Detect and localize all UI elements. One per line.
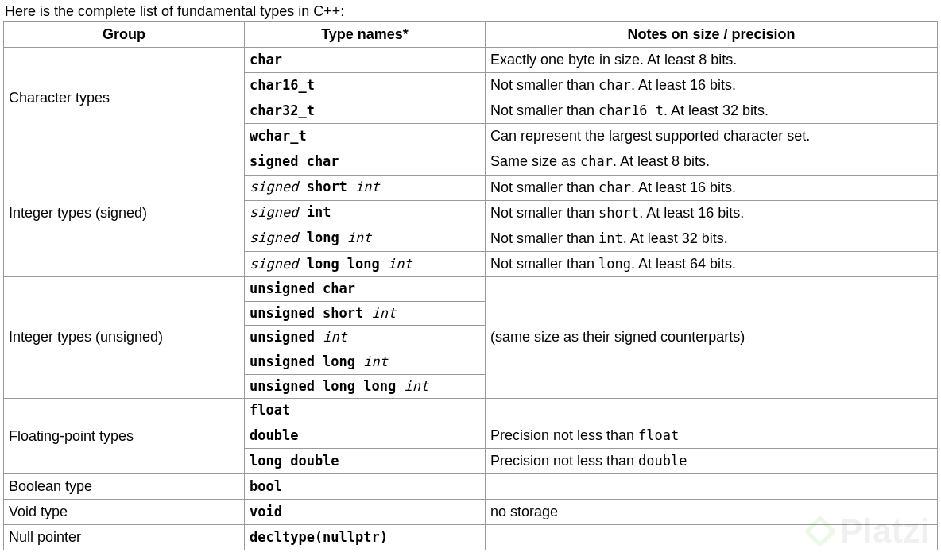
notes-cell bbox=[486, 473, 938, 499]
notes-cell bbox=[486, 525, 938, 550]
group-cell: Floating-point types bbox=[4, 399, 245, 474]
table-row: Null pointerdecltype(nullptr) bbox=[4, 525, 938, 550]
header-type: Type names* bbox=[245, 22, 486, 48]
type-name-cell: unsigned int bbox=[245, 326, 486, 350]
type-name-cell: signed short int bbox=[245, 175, 486, 200]
type-name-cell: wchar_t bbox=[245, 124, 486, 149]
notes-cell: Precision not less than float bbox=[486, 423, 938, 448]
types-table: Group Type names* Notes on size / precis… bbox=[3, 21, 938, 550]
type-name-cell: unsigned long int bbox=[245, 350, 486, 374]
type-name-cell: char bbox=[245, 48, 486, 73]
table-row: Character typescharExactly one byte in s… bbox=[4, 48, 938, 73]
notes-cell: Can represent the largest supported char… bbox=[486, 124, 938, 149]
group-cell: Integer types (signed) bbox=[4, 149, 245, 276]
type-name-cell: char16_t bbox=[245, 73, 486, 98]
type-name-cell: signed long int bbox=[245, 226, 486, 251]
header-notes: Notes on size / precision bbox=[486, 22, 938, 48]
header-group: Group bbox=[4, 22, 245, 48]
group-cell: Null pointer bbox=[4, 525, 245, 550]
table-header-row: Group Type names* Notes on size / precis… bbox=[4, 22, 938, 48]
group-cell: Character types bbox=[4, 48, 245, 149]
group-cell: Void type bbox=[4, 500, 245, 525]
notes-cell: Not smaller than char. At least 16 bits. bbox=[486, 175, 938, 200]
type-name-cell: char32_t bbox=[245, 98, 486, 124]
notes-cell: no storage bbox=[486, 500, 938, 525]
group-cell: Integer types (unsigned) bbox=[4, 276, 245, 398]
type-name-cell: signed int bbox=[245, 200, 486, 226]
intro-text: Here is the complete list of fundamental… bbox=[5, 3, 941, 20]
type-name-cell: unsigned short int bbox=[245, 301, 486, 326]
notes-cell: Not smaller than int. At least 32 bits. bbox=[486, 226, 938, 251]
type-name-cell: void bbox=[245, 500, 486, 525]
table-row: Integer types (signed)signed charSame si… bbox=[4, 149, 938, 175]
type-name-cell: decltype(nullptr) bbox=[245, 525, 486, 550]
notes-cell: (same size as their signed counterparts) bbox=[486, 276, 938, 398]
notes-cell: Exactly one byte in size. At least 8 bit… bbox=[486, 48, 938, 73]
type-name-cell: double bbox=[245, 423, 486, 448]
type-name-cell: signed long long int bbox=[245, 251, 486, 276]
group-cell: Boolean type bbox=[4, 473, 245, 499]
notes-cell bbox=[486, 399, 938, 423]
notes-cell: Not smaller than char16_t. At least 32 b… bbox=[486, 98, 938, 124]
table-row: Floating-point typesfloat bbox=[4, 399, 938, 423]
notes-cell: Same size as char. At least 8 bits. bbox=[486, 149, 938, 175]
type-name-cell: unsigned long long int bbox=[245, 374, 486, 399]
table-row: Void typevoidno storage bbox=[4, 500, 938, 525]
type-name-cell: long double bbox=[245, 448, 486, 473]
table-row: Boolean typebool bbox=[4, 473, 938, 499]
type-name-cell: float bbox=[245, 399, 486, 423]
type-name-cell: bool bbox=[245, 473, 486, 499]
notes-cell: Not smaller than short. At least 16 bits… bbox=[486, 200, 938, 226]
notes-cell: Not smaller than char. At least 16 bits. bbox=[486, 73, 938, 98]
type-name-cell: signed char bbox=[245, 149, 486, 175]
type-name-cell: unsigned char bbox=[245, 276, 486, 301]
notes-cell: Precision not less than double bbox=[486, 448, 938, 473]
notes-cell: Not smaller than long. At least 64 bits. bbox=[486, 251, 938, 276]
table-row: Integer types (unsigned)unsigned char(sa… bbox=[4, 276, 938, 301]
